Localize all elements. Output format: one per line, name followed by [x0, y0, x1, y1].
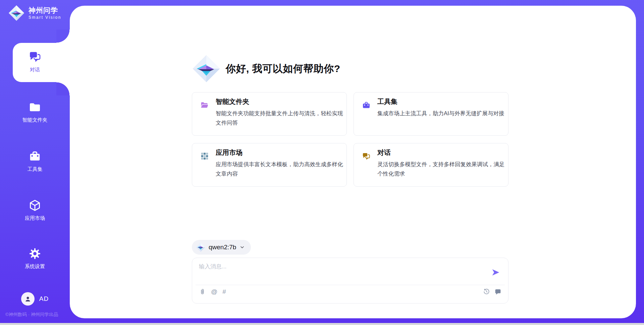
- composer-divider: [196, 285, 505, 285]
- history-icon[interactable]: [483, 288, 490, 295]
- sidebar-item-label: 智能文件夹: [0, 117, 70, 123]
- mention-icon[interactable]: @: [211, 288, 217, 296]
- user-profile[interactable]: AD: [0, 292, 70, 306]
- composer-tools-right: [483, 288, 501, 295]
- active-tab-curve-bottom: [56, 82, 70, 95]
- paperclip-icon[interactable]: [199, 288, 206, 296]
- sidebar-item-smart-folder[interactable]: 智能文件夹: [0, 101, 70, 123]
- card-toolbox[interactable]: 工具集 集成市场上主流工具，助力AI与外界无缝扩展与对接: [354, 92, 508, 136]
- user-name: AD: [39, 295, 49, 303]
- model-selector[interactable]: qwen2:7b: [192, 240, 251, 255]
- sidebar-item-label: 系统设置: [0, 263, 70, 270]
- hashtag-icon[interactable]: #: [222, 288, 226, 296]
- app-root: { "brand": { "name": "神州问学", "subtitle":…: [0, 0, 644, 325]
- card-description: 智能文件夹功能支持批量文件上传与清洗，轻松实现文件问答: [216, 109, 343, 127]
- sidebar-item-app-market[interactable]: 应用市场: [0, 199, 70, 221]
- sidebar-item-label: 应用市场: [0, 215, 70, 221]
- grid-blocks-icon: [200, 152, 209, 160]
- greeting-block: 你好, 我可以如何帮助你?: [192, 55, 340, 83]
- toolbox-icon: [362, 101, 371, 110]
- toolbox-icon: [29, 150, 41, 163]
- brand-text: 神州问学 Smart Vision: [29, 6, 61, 20]
- conversations-icon[interactable]: [494, 288, 501, 295]
- sidebar-item-settings[interactable]: 系统设置: [0, 247, 70, 270]
- brand-name: 神州问学: [29, 6, 61, 14]
- model-diamond-icon: [196, 243, 205, 252]
- card-title: 对话: [377, 148, 391, 157]
- sidebar-item-chat[interactable]: 对话: [0, 51, 70, 73]
- gear-icon: [29, 247, 41, 260]
- greeting-title: 你好, 我可以如何帮助你?: [226, 62, 340, 76]
- greeting-diamond-icon: [192, 55, 220, 83]
- model-name: qwen2:7b: [209, 244, 236, 251]
- sidebar-item-label: 工具集: [0, 166, 70, 173]
- card-description: 应用市场提供丰富长文本模板，助力高效生成多样化文章内容: [216, 159, 343, 178]
- brand-logo: 神州问学 Smart Vision: [8, 5, 61, 21]
- chat-bubbles-icon: [362, 152, 371, 160]
- card-chat[interactable]: 对话 灵活切换多模型文件，支持多样回复效果调试，满足个性化需求: [354, 143, 508, 187]
- card-title: 应用市场: [216, 148, 243, 157]
- card-description: 灵活切换多模型文件，支持多样回复效果调试，满足个性化需求: [377, 159, 505, 178]
- card-smart-folder[interactable]: 智能文件夹 智能文件夹功能支持批量文件上传与清洗，轻松实现文件问答: [192, 92, 347, 136]
- folder-open-icon: [200, 101, 209, 110]
- card-title: 智能文件夹: [216, 97, 249, 106]
- copyright-text: ©神州数码 · 神州问学出品: [5, 312, 58, 318]
- chevron-down-icon: [239, 245, 245, 250]
- card-description: 集成市场上主流工具，助力AI与外界无缝扩展与对接: [377, 109, 505, 118]
- avatar: [21, 292, 35, 306]
- message-composer: @ #: [192, 258, 508, 304]
- window-bottom-edge: [0, 323, 644, 325]
- chat-bubbles-icon: [29, 51, 41, 63]
- brand-subtitle: Smart Vision: [29, 15, 61, 20]
- composer-tools-left: @ #: [199, 288, 226, 296]
- card-app-market[interactable]: 应用市场 应用市场提供丰富长文本模板，助力高效生成多样化文章内容: [192, 143, 347, 187]
- sidebar-item-toolbox[interactable]: 工具集: [0, 150, 70, 173]
- cube-icon: [29, 199, 41, 212]
- folder-icon: [29, 101, 41, 114]
- card-title: 工具集: [377, 97, 397, 106]
- message-input[interactable]: [199, 263, 481, 282]
- send-arrow-icon[interactable]: [491, 268, 500, 277]
- main-content-layer: 你好, 我可以如何帮助你? 智能文件夹 智能文件夹功能支持批量文件上传与清洗，轻…: [70, 6, 636, 318]
- person-icon: [24, 295, 32, 303]
- sidebar-item-label: 对话: [0, 67, 70, 73]
- brand-diamond-icon: [8, 5, 24, 21]
- active-tab-curve-top: [56, 29, 70, 43]
- feature-cards: 智能文件夹 智能文件夹功能支持批量文件上传与清洗，轻松实现文件问答 工具集 集成…: [192, 92, 508, 187]
